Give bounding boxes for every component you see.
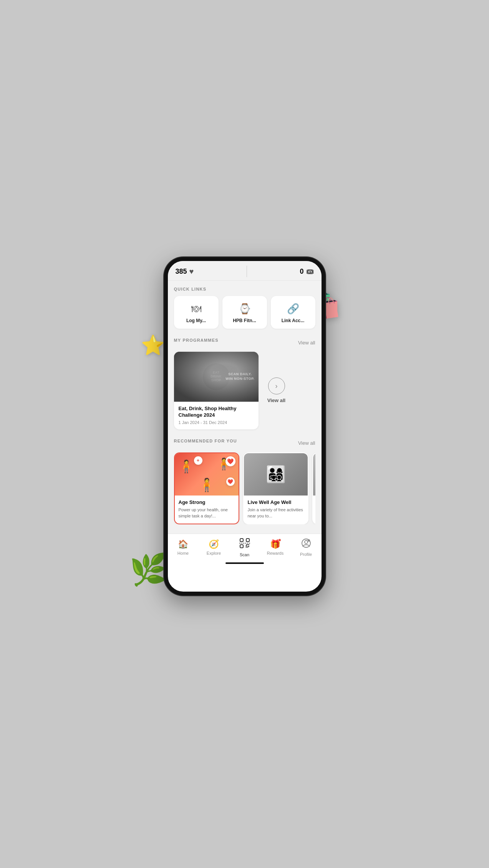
view-all-card-label: View all bbox=[267, 397, 285, 403]
view-all-circle: › bbox=[268, 377, 285, 394]
rec-card-nutrition[interactable]: Nu... bbox=[312, 452, 315, 524]
nutrition-body: Nu... bbox=[313, 496, 315, 512]
age-strong-body: Age Strong Power up your health, one sim… bbox=[175, 496, 239, 524]
live-well-photo: 👨‍👩‍👧‍👦 bbox=[266, 465, 286, 484]
live-well-title: Live Well Age Well bbox=[248, 499, 304, 506]
quick-links-label: QUICK LINKS bbox=[174, 287, 315, 291]
log-meal-icon: 🍽 bbox=[191, 303, 201, 315]
recommended-label: RECOMMENDED FOR YOU bbox=[174, 439, 237, 443]
log-meal-label: Log My... bbox=[186, 318, 206, 323]
explore-icon: 🧭 bbox=[209, 539, 219, 549]
home-icon: 🏠 bbox=[178, 539, 188, 549]
nav-scan-label: Scan bbox=[240, 552, 249, 557]
status-divider bbox=[247, 266, 247, 277]
programmes-label: MY PROGRAMMES bbox=[174, 338, 219, 343]
nav-profile[interactable]: Profile bbox=[295, 538, 318, 557]
phone-content: QUICK LINKS 🍽 Log My... ⌚ HPB Fitn... 🔗 … bbox=[168, 281, 322, 534]
live-well-desc: Join a variety of free activities near y… bbox=[248, 507, 304, 519]
recommended-row: 🧍 🧍 🧍 ❤️ + ❤️ Age Strong Power bbox=[174, 452, 315, 524]
link-account-label: Link Acc... bbox=[282, 318, 305, 323]
phone-frame: 385 ♥ 0 🎟 QUICK LINKS 🍽 Log My... bbox=[164, 257, 325, 595]
rec-card-live-well[interactable]: 👨‍👩‍👧‍👦 Live Well Age Well Join a variet… bbox=[243, 452, 308, 524]
phone-wrapper: 🛍️ ⭐ 🌿 385 ♥ 0 🎟 QUICK LINKS 🍽 bbox=[153, 257, 337, 611]
quick-link-link-account[interactable]: 🔗 Link Acc... bbox=[271, 296, 315, 329]
hpb-fitness-label: HPB Fitn... bbox=[233, 318, 256, 323]
quick-links-grid: 🍽 Log My... ⌚ HPB Fitn... 🔗 Link Acc... bbox=[174, 296, 315, 329]
nav-explore[interactable]: 🧭 Explore bbox=[202, 539, 225, 555]
link-account-icon: 🔗 bbox=[287, 303, 299, 315]
programme-eat-drink-info: Eat, Drink, Shop Healthy Challenge 2024 … bbox=[174, 402, 259, 429]
nav-explore-label: Explore bbox=[207, 551, 221, 555]
live-well-body: Live Well Age Well Join a variety of fre… bbox=[244, 496, 308, 524]
age-strong-figure1: 🧍 bbox=[179, 459, 194, 474]
profile-icon bbox=[301, 538, 311, 550]
programme-eat-drink[interactable]: eatdrinkshop SCAN DAILY.WIN NON-STOP. Ea… bbox=[174, 352, 259, 429]
recommended-header: RECOMMENDED FOR YOU View all bbox=[174, 439, 315, 448]
quick-links-section: QUICK LINKS 🍽 Log My... ⌚ HPB Fitn... 🔗 … bbox=[168, 281, 322, 332]
nav-rewards-label: Rewards bbox=[267, 551, 283, 555]
live-well-image: 👨‍👩‍👧‍👦 bbox=[244, 453, 308, 496]
heart-icon: ♥ bbox=[189, 267, 194, 276]
age-strong-desc: Power up your health, one simple task a … bbox=[179, 507, 235, 519]
quick-link-log-meal[interactable]: 🍽 Log My... bbox=[174, 296, 219, 329]
cross-bubble-icon: + bbox=[194, 456, 202, 465]
rewards-badge-dot bbox=[278, 539, 281, 542]
hpb-fitness-icon: ⌚ bbox=[239, 303, 251, 315]
points-value: 385 bbox=[176, 268, 187, 276]
programmes-view-all-card[interactable]: › View all bbox=[263, 377, 290, 403]
programme-eat-drink-date: 1 Jan 2024 - 31 Dec 2024 bbox=[179, 420, 254, 425]
programmes-section: MY PROGRAMMES View all eatdrinkshop SCAN… bbox=[168, 332, 322, 432]
scan-icon bbox=[239, 538, 250, 551]
nav-rewards[interactable]: 🎁 Rewards bbox=[264, 539, 287, 555]
age-strong-figure3: 🧍 bbox=[199, 477, 215, 492]
svg-rect-1 bbox=[246, 539, 249, 542]
nav-home-label: Home bbox=[177, 551, 189, 555]
bottom-nav: 🏠 Home 🧭 Explore bbox=[168, 534, 322, 560]
programme-eat-drink-image: eatdrinkshop SCAN DAILY.WIN NON-STOP. bbox=[174, 352, 259, 402]
recommended-view-all[interactable]: View all bbox=[298, 440, 315, 446]
home-indicator bbox=[225, 562, 264, 564]
rec-card-age-strong[interactable]: 🧍 🧍 🧍 ❤️ + ❤️ Age Strong Power bbox=[174, 452, 239, 524]
svg-point-9 bbox=[305, 540, 308, 544]
programmes-row: eatdrinkshop SCAN DAILY.WIN NON-STOP. Ea… bbox=[174, 352, 315, 429]
svg-point-10 bbox=[308, 539, 310, 542]
deco-star: ⭐ bbox=[141, 334, 165, 356]
quick-link-hpb-fitness[interactable]: ⌚ HPB Fitn... bbox=[222, 296, 267, 329]
deco-plant: 🌿 bbox=[129, 552, 168, 588]
heart-bubble-icon: ❤️ bbox=[225, 456, 235, 466]
points-display: 385 ♥ bbox=[176, 267, 194, 276]
svg-rect-0 bbox=[240, 539, 243, 542]
nav-profile-label: Profile bbox=[300, 552, 312, 557]
rewards-icon: 🎁 bbox=[270, 539, 280, 549]
heart-bubble2-icon: ❤️ bbox=[226, 477, 235, 486]
age-strong-image: 🧍 🧍 🧍 ❤️ + ❤️ bbox=[175, 453, 239, 496]
vouchers-display: 0 🎟 bbox=[300, 267, 313, 276]
programmes-view-all[interactable]: View all bbox=[298, 340, 315, 346]
programme-eat-drink-title: Eat, Drink, Shop Healthy Challenge 2024 bbox=[179, 406, 254, 419]
age-strong-title: Age Strong bbox=[179, 499, 235, 506]
status-bar: 385 ♥ 0 🎟 bbox=[168, 261, 322, 281]
nav-home[interactable]: 🏠 Home bbox=[172, 539, 195, 555]
nav-scan[interactable]: Scan bbox=[233, 538, 256, 557]
programmes-header: MY PROGRAMMES View all bbox=[174, 338, 315, 347]
recommended-section: RECOMMENDED FOR YOU View all 🧍 🧍 🧍 bbox=[168, 432, 322, 527]
svg-rect-2 bbox=[240, 545, 243, 548]
nutrition-image bbox=[313, 453, 315, 496]
vouchers-value: 0 bbox=[300, 268, 303, 276]
programme-scan-text: SCAN DAILY.WIN NON-STOP. bbox=[225, 372, 254, 381]
gift-icon: 🎟 bbox=[306, 267, 314, 276]
